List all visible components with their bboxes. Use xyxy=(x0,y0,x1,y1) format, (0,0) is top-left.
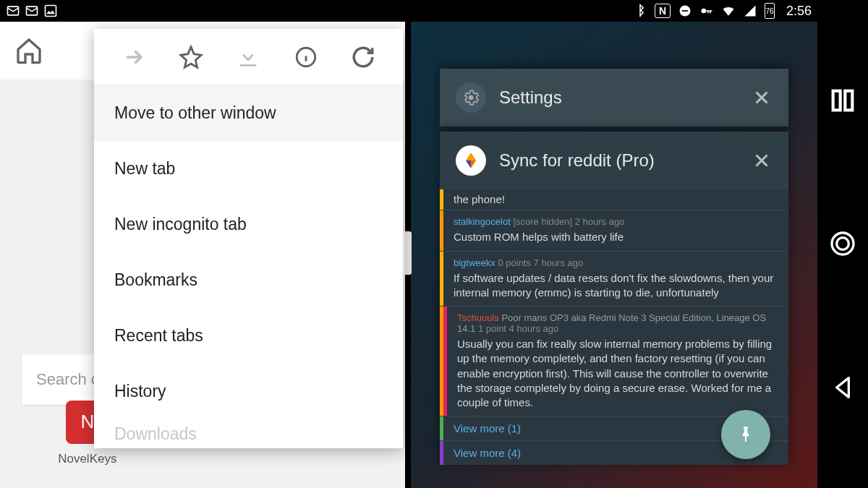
bluetooth-icon xyxy=(633,4,647,18)
pin-icon xyxy=(736,425,755,444)
vpn-key-icon xyxy=(699,4,714,18)
menu-bookmarks[interactable]: Bookmarks xyxy=(94,252,403,308)
svg-rect-5 xyxy=(682,10,688,12)
comment-body: If software updates / data resets don't … xyxy=(454,271,778,301)
comment-body: Custom ROM helps with battery life xyxy=(454,230,778,244)
menu-downloads[interactable]: Downloads xyxy=(94,419,403,448)
pin-fab[interactable] xyxy=(721,410,770,459)
info-icon[interactable] xyxy=(294,45,318,69)
battery-pct: 76 xyxy=(765,7,773,15)
menu-new-tab[interactable]: New tab xyxy=(94,141,403,197)
menu-new-incognito-tab[interactable]: New incognito tab xyxy=(94,197,403,252)
sync-app-icon xyxy=(456,145,486,176)
download-icon[interactable] xyxy=(236,45,260,69)
refresh-icon[interactable] xyxy=(351,45,375,69)
menu-move-to-other-window[interactable]: Move to other window xyxy=(94,85,403,141)
menu-history[interactable]: History xyxy=(94,364,403,419)
photo-icon xyxy=(43,4,58,18)
nfc-icon: N xyxy=(655,4,671,18)
system-navbar xyxy=(817,0,868,488)
home-button[interactable] xyxy=(828,229,857,258)
menu-recent-tabs[interactable]: Recent tabs xyxy=(94,308,403,364)
bookmark-label: NovelKeys xyxy=(33,451,142,466)
chrome-pane: Search or type URL N NovelKeys Honda Fin… xyxy=(0,0,409,488)
star-icon[interactable] xyxy=(179,45,203,69)
close-icon[interactable] xyxy=(751,87,773,108)
gmail-icon xyxy=(25,4,39,18)
svg-rect-2 xyxy=(46,6,56,17)
status-time: 2:56 xyxy=(786,4,812,19)
comment-snippet: the phone! xyxy=(454,192,778,207)
battery-icon: 76 xyxy=(765,3,775,19)
svg-rect-9 xyxy=(845,91,852,111)
chrome-overflow-menu: Move to other window New tab New incogni… xyxy=(94,29,403,448)
status-bar-left xyxy=(0,0,409,22)
comment-meta: Tschuuuls Poor mans OP3 aka Redmi Note 3… xyxy=(457,312,778,334)
svg-point-10 xyxy=(832,233,854,254)
svg-point-7 xyxy=(469,95,474,100)
forward-icon[interactable] xyxy=(122,45,146,69)
comment[interactable]: bigtweekx 0 points 7 hours ago If softwa… xyxy=(440,252,788,307)
settings-app-icon xyxy=(456,82,486,113)
svg-point-11 xyxy=(837,238,849,250)
comment-meta: bigtweekx 0 points 7 hours ago xyxy=(454,257,778,268)
comment[interactable]: Tschuuuls Poor mans OP3 aka Redmi Note 3… xyxy=(443,307,788,416)
status-bar-right: N 76 2:56 xyxy=(411,0,817,22)
split-divider-handle[interactable] xyxy=(403,231,412,275)
comment-body: Usually you can fix really slow internal… xyxy=(457,337,778,410)
comment[interactable]: stalkingocelot [score hidden] 2 hours ag… xyxy=(440,210,788,250)
close-icon[interactable] xyxy=(751,150,773,171)
gmail-icon xyxy=(6,4,20,18)
svg-rect-8 xyxy=(833,91,841,111)
signal-icon xyxy=(743,4,757,18)
card-header: Settings xyxy=(440,69,788,127)
wifi-icon xyxy=(721,4,736,18)
menu-icon-row xyxy=(94,29,403,85)
recent-card-settings[interactable]: Settings xyxy=(440,69,788,127)
recents-stack: Settings Sync for reddit (Pro) the phone… xyxy=(440,47,788,488)
card-title: Sync for reddit (Pro) xyxy=(499,150,738,171)
split-screen-button[interactable] xyxy=(828,86,857,115)
dnd-icon xyxy=(678,4,692,18)
back-button[interactable] xyxy=(828,373,857,402)
comment-meta: stalkingocelot [score hidden] 2 hours ag… xyxy=(454,216,778,227)
recents-pane: N 76 2:56 Settings xyxy=(411,0,817,488)
svg-point-6 xyxy=(701,9,706,14)
home-icon[interactable] xyxy=(14,36,43,65)
card-title: Settings xyxy=(499,87,738,108)
card-header: Sync for reddit (Pro) xyxy=(440,132,788,189)
